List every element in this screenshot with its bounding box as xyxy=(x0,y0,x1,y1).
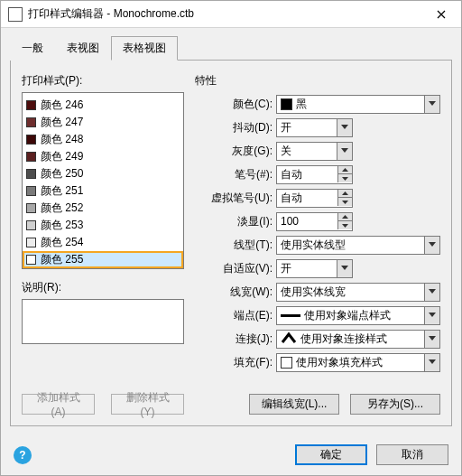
color-label: 颜色(C): xyxy=(195,97,276,112)
list-item-label: 颜色 255 xyxy=(41,252,83,267)
styles-listbox[interactable]: 颜色 244颜色 245颜色 246颜色 247颜色 248颜色 249颜色 2… xyxy=(22,92,184,269)
description-label: 说明(R): xyxy=(22,280,184,295)
list-item-label: 颜色 246 xyxy=(41,98,83,113)
linetype-label: 线型(T): xyxy=(195,238,276,253)
list-item[interactable]: 颜色 252 xyxy=(23,200,183,217)
color-swatch-icon xyxy=(26,169,36,179)
list-item-label: 颜色 252 xyxy=(41,201,83,216)
close-icon xyxy=(437,10,446,19)
list-item-label: 颜色 247 xyxy=(41,115,83,130)
chevron-down-icon xyxy=(424,96,439,113)
virtual-pen-spinner[interactable]: 自动 xyxy=(276,189,353,208)
join-label: 连接(J): xyxy=(195,331,276,347)
list-item[interactable]: 颜色 247 xyxy=(23,114,183,131)
cancel-button[interactable]: 取消 xyxy=(376,444,448,465)
list-item[interactable]: 颜色 254 xyxy=(23,234,183,251)
list-item-label: 颜色 253 xyxy=(41,218,83,233)
properties-column: 特性 颜色(C): 黑 抖动(D): 开 灰度(G): xyxy=(195,73,440,415)
window-title: 打印样式编辑器 - Monochrome.ctb xyxy=(28,6,420,22)
endcap-preview-icon xyxy=(281,314,300,317)
list-item-label: 颜色 249 xyxy=(41,149,83,164)
pen-spinner[interactable]: 自动 xyxy=(276,165,353,184)
endcap-label: 端点(E): xyxy=(195,308,276,323)
ok-button[interactable]: 确定 xyxy=(295,444,367,465)
virtual-pen-label: 虚拟笔号(U): xyxy=(195,191,276,206)
close-button[interactable] xyxy=(420,1,461,28)
color-swatch-icon xyxy=(26,117,36,127)
styles-label: 打印样式(P): xyxy=(22,73,184,89)
list-item[interactable]: 颜色 250 xyxy=(23,165,183,182)
chevron-down-icon xyxy=(337,119,352,136)
join-dropdown[interactable]: 使用对象连接样式 xyxy=(276,330,440,349)
edit-lineweights-button[interactable]: 编辑线宽(L)... xyxy=(249,394,339,415)
grayscale-dropdown[interactable]: 关 xyxy=(276,142,353,161)
dither-dropdown[interactable]: 开 xyxy=(276,118,353,137)
fill-label: 填充(F): xyxy=(195,355,276,370)
list-item-label: 颜色 254 xyxy=(41,235,83,250)
client-area: 一般 表视图 表格视图 打印样式(P): 颜色 244颜色 245颜色 246颜… xyxy=(1,28,461,435)
help-icon[interactable]: ? xyxy=(14,446,32,464)
screening-spinner[interactable]: 100 xyxy=(276,212,353,231)
list-item-label: 颜色 248 xyxy=(41,132,83,147)
adaptive-label: 自适应(V): xyxy=(195,261,276,276)
list-item[interactable]: 颜色 249 xyxy=(23,148,183,165)
spinner-buttons[interactable] xyxy=(337,166,352,182)
list-item[interactable]: 颜色 251 xyxy=(23,182,183,200)
join-preview-icon xyxy=(281,331,297,347)
color-dropdown[interactable]: 黑 xyxy=(276,95,440,114)
fill-preview-icon xyxy=(281,357,292,369)
chevron-down-icon xyxy=(424,331,439,348)
style-buttons-row: 添加样式(A) 删除样式(Y) xyxy=(22,394,184,415)
color-swatch-icon xyxy=(26,152,36,162)
lineweight-dropdown[interactable]: 使用实体线宽 xyxy=(276,283,440,302)
save-as-button[interactable]: 另存为(S)... xyxy=(350,394,440,415)
list-item[interactable]: 颜色 255 xyxy=(23,251,183,268)
endcap-dropdown[interactable]: 使用对象端点样式 xyxy=(276,306,440,325)
list-item[interactable]: 颜色 246 xyxy=(23,97,183,114)
add-style-button[interactable]: 添加样式(A) xyxy=(22,394,95,415)
color-swatch-icon xyxy=(281,98,292,110)
color-swatch-icon xyxy=(26,135,36,145)
chevron-down-icon xyxy=(337,143,352,160)
list-item-label: 颜色 250 xyxy=(41,166,83,182)
lineweight-label: 线宽(W): xyxy=(195,285,276,300)
plot-style-editor-window: 打印样式编辑器 - Monochrome.ctb 一般 表视图 表格视图 打印样… xyxy=(0,0,462,476)
chevron-down-icon xyxy=(424,284,439,301)
tab-content: 打印样式(P): 颜色 244颜色 245颜色 246颜色 247颜色 248颜… xyxy=(10,61,452,426)
chevron-down-icon xyxy=(424,307,439,324)
left-column: 打印样式(P): 颜色 244颜色 245颜色 246颜色 247颜色 248颜… xyxy=(22,73,184,415)
description-section: 说明(R): xyxy=(22,280,184,344)
color-swatch-icon xyxy=(26,92,36,93)
delete-style-button[interactable]: 删除样式(Y) xyxy=(111,394,184,415)
chevron-down-icon xyxy=(424,354,439,371)
dialog-footer: ? 确定 取消 xyxy=(1,435,461,476)
color-swatch-icon xyxy=(26,100,36,110)
color-swatch-icon xyxy=(26,220,36,230)
adaptive-dropdown[interactable]: 开 xyxy=(276,259,353,278)
screening-label: 淡显(I): xyxy=(195,214,276,229)
spinner-buttons[interactable] xyxy=(337,213,352,229)
list-item-label: 颜色 245 xyxy=(41,92,83,96)
spinner-buttons[interactable] xyxy=(337,190,352,206)
fill-dropdown[interactable]: 使用对象填充样式 xyxy=(276,353,440,372)
tab-table-view[interactable]: 表格视图 xyxy=(111,36,178,61)
dither-label: 抖动(D): xyxy=(195,120,276,135)
linetype-dropdown[interactable]: 使用实体线型 xyxy=(276,236,440,255)
pen-label: 笔号(#): xyxy=(195,167,276,182)
color-swatch-icon xyxy=(26,186,36,196)
chevron-down-icon xyxy=(337,260,352,277)
description-textbox[interactable] xyxy=(22,299,184,344)
list-item[interactable]: 颜色 253 xyxy=(23,217,183,234)
chevron-down-icon xyxy=(424,237,439,254)
color-swatch-icon xyxy=(26,203,36,213)
color-swatch-icon xyxy=(26,255,36,265)
tab-form-view[interactable]: 表视图 xyxy=(55,36,111,61)
grayscale-label: 灰度(G): xyxy=(195,144,276,159)
list-item[interactable]: 颜色 248 xyxy=(23,131,183,148)
tab-strip: 一般 表视图 表格视图 xyxy=(10,35,452,61)
app-icon xyxy=(8,7,23,22)
color-swatch-icon xyxy=(26,238,36,247)
tab-general[interactable]: 一般 xyxy=(10,36,55,61)
properties-group-label: 特性 xyxy=(195,73,440,89)
title-bar: 打印样式编辑器 - Monochrome.ctb xyxy=(1,1,461,28)
